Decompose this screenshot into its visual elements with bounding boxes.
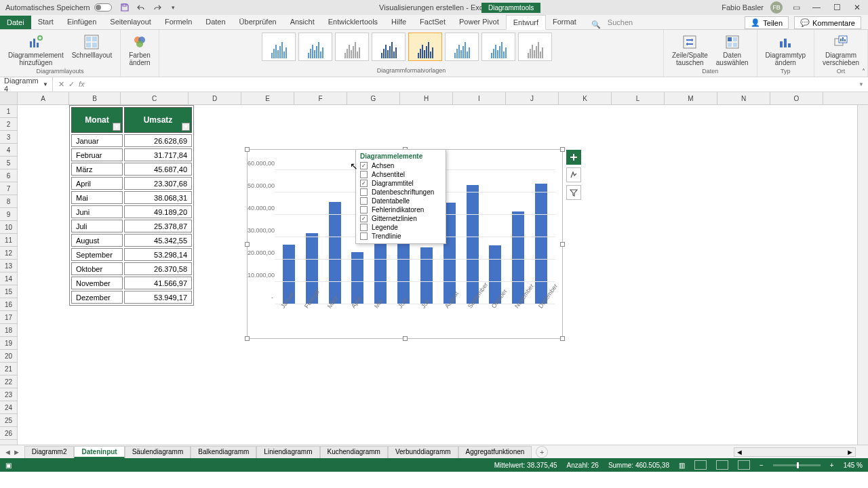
flyout-item[interactable]: Achsentitel — [360, 170, 441, 179]
table-row[interactable]: Januar26.628,69 — [71, 134, 192, 147]
sheet-tab[interactable]: Liniendiagramm — [256, 446, 319, 458]
tab-überprüfen[interactable]: Überprüfen — [233, 15, 283, 29]
record-macro-icon[interactable]: ▣ — [5, 462, 12, 469]
row-header[interactable]: 9 — [0, 208, 17, 221]
minimize-icon[interactable]: — — [810, 3, 823, 12]
tab-daten[interactable]: Daten — [199, 15, 232, 29]
expand-formula-icon[interactable]: ▼ — [854, 81, 868, 87]
column-header[interactable]: C — [121, 92, 189, 104]
row-header[interactable]: 2 — [0, 118, 17, 131]
row-header[interactable]: 14 — [0, 272, 17, 285]
close-icon[interactable]: ✕ — [850, 3, 864, 12]
display-settings-icon[interactable]: ▥ — [679, 462, 685, 469]
row-header[interactable]: 11 — [0, 234, 17, 247]
row-header[interactable]: 5 — [0, 157, 17, 169]
table-row[interactable]: März45.687,40 — [71, 163, 192, 176]
chart-filters-button[interactable] — [566, 185, 581, 200]
zoom-slider[interactable] — [773, 464, 821, 466]
ribbon-display-icon[interactable]: ▭ — [789, 3, 803, 12]
name-box[interactable]: Diagramm 4▼ — [0, 77, 53, 93]
toggle-switch-icon[interactable] — [94, 3, 112, 12]
chart-style-thumb[interactable] — [335, 33, 369, 61]
flyout-item[interactable]: Datenbeschriftungen — [360, 188, 441, 197]
table-header-umsatz[interactable]: Umsatz▼ — [124, 107, 192, 133]
column-header[interactable]: F — [294, 92, 347, 104]
flyout-item[interactable]: Fehlerindikatoren — [360, 205, 441, 214]
comments-button[interactable]: 💬Kommentare — [794, 16, 861, 29]
column-header[interactable]: L — [612, 92, 665, 104]
zoom-out-icon[interactable]: − — [760, 462, 764, 469]
row-header[interactable]: 6 — [0, 169, 17, 182]
select-data-button[interactable]: Daten auswählen — [713, 33, 751, 68]
switch-row-column-button[interactable]: Zeile/Spalte tauschen — [669, 33, 711, 68]
column-header[interactable]: E — [241, 92, 294, 104]
chart-bar[interactable] — [467, 185, 479, 304]
row-header[interactable]: 15 — [0, 285, 17, 298]
cancel-formula-icon[interactable]: ✕ — [58, 80, 64, 89]
table-row[interactable]: Oktober26.370,58 — [71, 262, 192, 275]
table-row[interactable]: Juli25.378,87 — [71, 220, 192, 232]
filter-icon[interactable]: ▼ — [113, 123, 121, 131]
column-header[interactable]: B — [69, 92, 121, 104]
column-header[interactable]: K — [559, 92, 612, 104]
row-header[interactable]: 22 — [0, 375, 17, 388]
chart-elements-button[interactable] — [566, 150, 581, 165]
column-header[interactable]: A — [18, 92, 69, 104]
tab-file[interactable]: Datei — [0, 16, 31, 29]
sheet-tab[interactable]: Balkendiagramm — [191, 446, 256, 458]
maximize-icon[interactable]: ☐ — [830, 3, 844, 12]
chart-style-thumb[interactable] — [298, 33, 332, 61]
checkbox-icon[interactable] — [360, 171, 368, 178]
tab-hilfe[interactable]: Hilfe — [384, 15, 413, 29]
table-row[interactable]: September53.298,14 — [71, 248, 192, 261]
redo-icon[interactable] — [153, 3, 162, 12]
tab-formeln[interactable]: Formeln — [158, 15, 199, 29]
tab-seitenlayout[interactable]: Seitenlayout — [103, 15, 158, 29]
chart-style-thumb[interactable] — [372, 33, 406, 61]
row-header[interactable]: 23 — [0, 388, 17, 401]
tab-power pivot[interactable]: Power Pivot — [452, 15, 506, 29]
row-header[interactable]: 21 — [0, 363, 17, 375]
quick-layout-button[interactable]: Schnelllayout — [69, 33, 115, 60]
column-header[interactable]: N — [717, 92, 770, 104]
zoom-in-icon[interactable]: + — [830, 462, 834, 469]
chevron-down-icon[interactable]: ▼ — [43, 81, 48, 87]
column-header[interactable]: D — [189, 92, 241, 104]
table-row[interactable]: Juni49.189,20 — [71, 205, 192, 218]
checkbox-icon[interactable] — [360, 206, 368, 214]
chart-style-thumb[interactable] — [445, 33, 479, 61]
chart-styles-button[interactable] — [566, 167, 581, 182]
row-header[interactable]: 25 — [0, 414, 17, 427]
row-header[interactable]: 12 — [0, 247, 17, 260]
fx-icon[interactable]: fx — [79, 80, 85, 89]
checkbox-icon[interactable] — [360, 197, 368, 205]
share-button[interactable]: 👤Teilen — [745, 16, 789, 29]
chart-style-thumb[interactable] — [518, 33, 552, 61]
checkbox-icon[interactable]: ✓ — [360, 162, 368, 169]
row-header[interactable]: 10 — [0, 221, 17, 234]
normal-view-icon[interactable] — [694, 460, 707, 470]
zoom-level[interactable]: 145 % — [844, 462, 863, 469]
spreadsheet-grid[interactable]: ABCDEFGHIJKLMNO 123456789101112131415161… — [0, 92, 868, 445]
table-row[interactable]: April23.307,68 — [71, 177, 192, 190]
sheet-nav-prev-icon[interactable]: ◄ — [4, 448, 12, 456]
sheet-nav-next-icon[interactable]: ► — [13, 448, 20, 456]
flyout-item[interactable]: Trendlinie — [360, 232, 441, 241]
checkbox-icon[interactable] — [360, 232, 368, 240]
chart-style-thumb[interactable] — [481, 33, 515, 61]
tab-format[interactable]: Format — [546, 15, 583, 29]
table-row[interactable]: Dezember53.949,17 — [71, 291, 192, 304]
table-header-month[interactable]: Monat▼ — [71, 107, 123, 133]
chart-bar[interactable] — [535, 184, 547, 304]
row-header[interactable]: 19 — [0, 337, 17, 350]
sheet-tab[interactable]: Aggregatfunktionen — [458, 446, 532, 458]
row-header[interactable]: 20 — [0, 350, 17, 363]
checkbox-icon[interactable] — [360, 188, 368, 196]
flyout-item[interactable]: Datentabelle — [360, 197, 441, 205]
tab-entwicklertools[interactable]: Entwicklertools — [321, 15, 384, 29]
user-avatar[interactable]: FB — [770, 1, 783, 14]
column-header[interactable]: I — [453, 92, 506, 104]
flyout-item[interactable]: ✓Diagrammtitel — [360, 179, 441, 188]
sheet-tab[interactable]: Dateninput — [74, 446, 124, 458]
sheet-tab[interactable]: Diagramm2 — [24, 446, 75, 458]
